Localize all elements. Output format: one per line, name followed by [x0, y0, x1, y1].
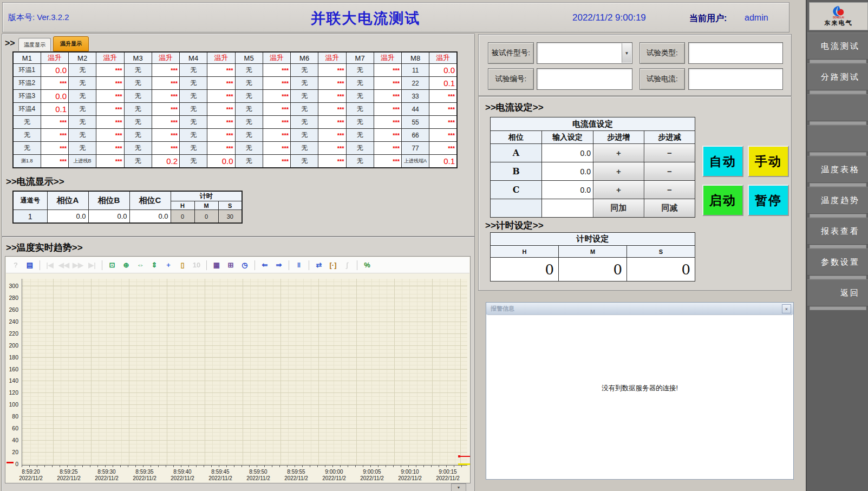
temp-rise-value: *** [429, 142, 457, 155]
curve-back-icon[interactable]: ⇐ [258, 259, 271, 272]
transfer-icon[interactable]: ⇄ [312, 259, 325, 272]
timer-h-input[interactable]: 0 [491, 258, 559, 281]
x-tick-date: 2022/11/2 [50, 475, 88, 481]
timer-m-value: 0 [194, 210, 218, 224]
trend-panel: >>温度实时趋势>> ?▤|◀◀◀▶▶▶|⊡⊕⇔⇕+▯10▦⊞◷⇐⇒‖⇄[·]∫… [2, 237, 475, 491]
x-tick-time: 8:59:35 [126, 469, 164, 475]
channel-label: 11 [402, 64, 429, 77]
pan-icon[interactable]: + [162, 259, 175, 272]
layout-add-icon[interactable]: ⊞ [224, 259, 237, 272]
sidebar-item-1[interactable]: 电流测试 [807, 32, 868, 60]
channel-label: 66 [402, 129, 429, 142]
x-tick-label: 9:00:202022/11/2 [467, 469, 471, 481]
temp-rise-value: 0.2 [152, 155, 179, 168]
phase-b-set-input[interactable]: 0.0 [542, 162, 593, 181]
temp-rise-value: *** [374, 90, 401, 103]
phase-a-set-input[interactable]: 0.0 [542, 144, 593, 162]
col-header-m6: M6 [291, 52, 318, 64]
group-dec-button[interactable]: 同减 [644, 199, 695, 218]
col-header-step-dec: 步进减 [644, 131, 695, 144]
channel-label: 无 [180, 64, 207, 77]
temp-rise-value: *** [429, 103, 457, 116]
test-number-input[interactable] [537, 68, 632, 90]
specimen-model-combobox[interactable]: ▼ [537, 42, 632, 64]
percent-icon[interactable]: % [361, 259, 374, 272]
temp-rise-value: *** [263, 155, 290, 168]
step-dec-a-button[interactable]: − [644, 144, 695, 162]
sidebar-item-5[interactable]: 温度表格 [807, 156, 868, 183]
zoom-horizontal-icon[interactable]: ⇔ [134, 259, 147, 272]
zoom-box-icon[interactable]: ⊡ [106, 259, 119, 272]
sidebar-item-6[interactable]: 温度趋势 [807, 187, 868, 214]
sidebar-item-blank[interactable] [807, 94, 868, 121]
x-tick-time: 8:59:40 [164, 469, 201, 475]
scroll-down-button[interactable]: ▼ [451, 483, 466, 491]
col-header-input-set: 输入设定 [542, 131, 593, 144]
tab-rise-display[interactable]: 温升显示 [53, 36, 89, 51]
alarm-message: 没有到数据服务器的连接! [602, 384, 678, 393]
test-current-input[interactable] [688, 68, 783, 90]
temp-rise-value: *** [96, 77, 124, 90]
group-inc-button[interactable]: 同加 [593, 199, 644, 218]
timer-s-input[interactable]: 0 [627, 258, 695, 281]
col-header-rise: 温升 [263, 52, 290, 64]
timer-setting-table-title: 计时设定 [491, 233, 695, 246]
temp-rise-value: *** [374, 77, 401, 90]
step-inc-a-button[interactable]: + [593, 144, 644, 162]
step-dec-b-button[interactable]: − [644, 162, 695, 181]
pause-icon[interactable]: ‖ [292, 259, 305, 272]
plot-area[interactable] [22, 279, 467, 466]
phase-c-set-input[interactable]: 0.0 [542, 181, 593, 199]
sidebar-separator [810, 60, 866, 63]
close-icon[interactable]: × [782, 304, 791, 313]
y-tick-label: 40 [12, 437, 18, 443]
step-inc-b-button[interactable]: + [593, 162, 644, 181]
nav-first-icon: |◀ [43, 259, 56, 272]
alarm-titlebar: 报警信息 [486, 303, 793, 315]
channel-label: 33 [402, 90, 429, 103]
sidebar-item-7[interactable]: 报表查看 [807, 218, 868, 245]
temp-rise-value: *** [207, 129, 235, 142]
channel-label: 无 [124, 77, 152, 90]
curve-forward-icon[interactable]: ⇒ [272, 259, 285, 272]
manual-button[interactable]: 手动 [748, 146, 789, 177]
sidebar-item-8[interactable]: 参数设置 [807, 248, 868, 276]
test-type-input[interactable] [688, 42, 783, 64]
x-tick-time: 8:59:20 [12, 469, 50, 475]
toolbar-separator [40, 260, 40, 270]
timer-m-input[interactable]: 0 [559, 258, 627, 281]
axis-marker [6, 462, 14, 463]
chevron-down-icon[interactable]: ▼ [622, 43, 631, 63]
sidebar-item-2[interactable]: 分路测试 [807, 63, 868, 90]
current-display-table: 通道号 相位A 相位B 相位C 计时 H M S 1 0.0 0.0 0.0 [12, 191, 243, 224]
sidebar-item-blank[interactable] [807, 125, 868, 152]
col-header-h: H [171, 201, 194, 210]
time-window-icon[interactable]: ◷ [238, 259, 251, 272]
zoom-in-icon[interactable]: ⊕ [120, 259, 133, 272]
tab-temperature-display[interactable]: 温度显示 [18, 38, 51, 51]
start-button[interactable]: 启动 [702, 185, 743, 216]
temperature-table: M1温升M2温升M3温升M4温升M5温升M6温升M7温升M8温升环温10.0无*… [12, 51, 458, 168]
sidebar: DONGLAI 东来电气 电流测试分路测试温度表格温度趋势报表查看参数设置返回 [806, 0, 868, 491]
x-tick-date: 2022/11/2 [12, 475, 50, 481]
channel-label: 无 [180, 142, 207, 155]
step-inc-c-button[interactable]: + [593, 181, 644, 199]
step-dec-c-button[interactable]: − [644, 181, 695, 199]
current-setting-table-title: 电流值设定 [491, 117, 695, 131]
brackets-icon[interactable]: [·] [327, 259, 340, 272]
auto-button[interactable]: 自动 [702, 146, 743, 177]
x-tick-time: 8:59:30 [88, 469, 126, 475]
pause-button[interactable]: 暂停 [748, 185, 789, 216]
channel-label: 无 [13, 142, 41, 155]
report-icon[interactable]: ▤ [23, 259, 36, 272]
group-set-input[interactable] [542, 199, 593, 218]
zoom-vertical-icon[interactable]: ⇕ [148, 259, 161, 272]
temp-rise-value: *** [96, 64, 124, 77]
channel-label: 无 [180, 129, 207, 142]
settings-panel: >>电流设定>> 电流值设定 相位 输入设定 步进增 步进减 A 0.0 + −… [478, 96, 792, 291]
sidebar-item-9[interactable]: 返回 [807, 279, 868, 306]
scale-ruler-icon[interactable]: ▯ [176, 259, 189, 272]
y-axis-labels: 3002802602402202001801601401201008060402… [5, 279, 20, 465]
temp-rise-value: *** [374, 155, 401, 168]
layout-panels-icon[interactable]: ▦ [210, 259, 223, 272]
